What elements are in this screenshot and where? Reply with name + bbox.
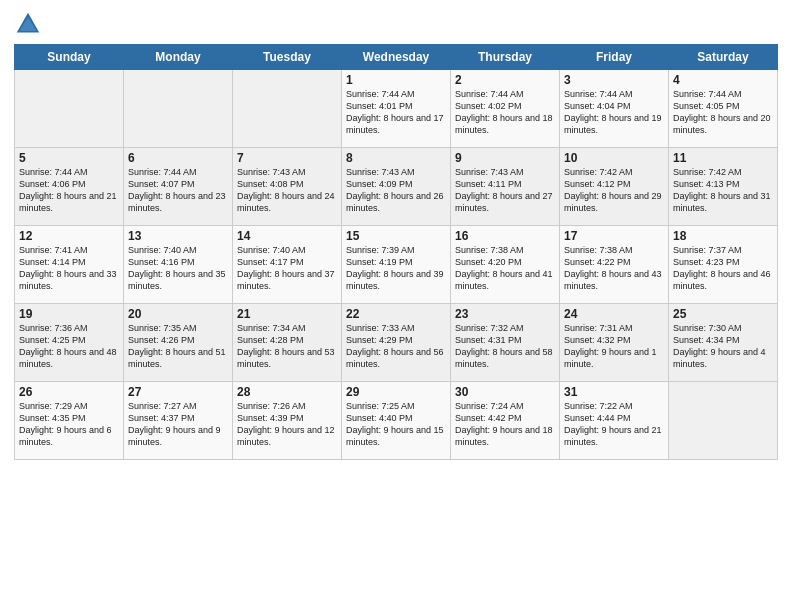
- day-number: 12: [19, 229, 119, 243]
- logo: [14, 10, 46, 38]
- day-number: 19: [19, 307, 119, 321]
- day-info: Sunrise: 7:44 AM Sunset: 4:01 PM Dayligh…: [346, 88, 446, 137]
- day-info: Sunrise: 7:41 AM Sunset: 4:14 PM Dayligh…: [19, 244, 119, 293]
- logo-icon: [14, 10, 42, 38]
- day-number: 11: [673, 151, 773, 165]
- day-info: Sunrise: 7:38 AM Sunset: 4:20 PM Dayligh…: [455, 244, 555, 293]
- day-cell: 18Sunrise: 7:37 AM Sunset: 4:23 PM Dayli…: [669, 226, 778, 304]
- day-cell: 25Sunrise: 7:30 AM Sunset: 4:34 PM Dayli…: [669, 304, 778, 382]
- day-info: Sunrise: 7:35 AM Sunset: 4:26 PM Dayligh…: [128, 322, 228, 371]
- day-cell: 26Sunrise: 7:29 AM Sunset: 4:35 PM Dayli…: [15, 382, 124, 460]
- calendar-header: SundayMondayTuesdayWednesdayThursdayFrid…: [15, 45, 778, 70]
- day-number: 23: [455, 307, 555, 321]
- day-cell: 1Sunrise: 7:44 AM Sunset: 4:01 PM Daylig…: [342, 70, 451, 148]
- day-info: Sunrise: 7:44 AM Sunset: 4:02 PM Dayligh…: [455, 88, 555, 137]
- day-info: Sunrise: 7:44 AM Sunset: 4:04 PM Dayligh…: [564, 88, 664, 137]
- day-info: Sunrise: 7:33 AM Sunset: 4:29 PM Dayligh…: [346, 322, 446, 371]
- day-cell: 5Sunrise: 7:44 AM Sunset: 4:06 PM Daylig…: [15, 148, 124, 226]
- day-cell: [669, 382, 778, 460]
- day-number: 28: [237, 385, 337, 399]
- day-info: Sunrise: 7:34 AM Sunset: 4:28 PM Dayligh…: [237, 322, 337, 371]
- day-number: 18: [673, 229, 773, 243]
- day-info: Sunrise: 7:44 AM Sunset: 4:06 PM Dayligh…: [19, 166, 119, 215]
- day-info: Sunrise: 7:38 AM Sunset: 4:22 PM Dayligh…: [564, 244, 664, 293]
- day-info: Sunrise: 7:36 AM Sunset: 4:25 PM Dayligh…: [19, 322, 119, 371]
- day-number: 2: [455, 73, 555, 87]
- week-row-3: 12Sunrise: 7:41 AM Sunset: 4:14 PM Dayli…: [15, 226, 778, 304]
- day-info: Sunrise: 7:40 AM Sunset: 4:17 PM Dayligh…: [237, 244, 337, 293]
- day-cell: 14Sunrise: 7:40 AM Sunset: 4:17 PM Dayli…: [233, 226, 342, 304]
- day-number: 29: [346, 385, 446, 399]
- day-cell: 10Sunrise: 7:42 AM Sunset: 4:12 PM Dayli…: [560, 148, 669, 226]
- day-info: Sunrise: 7:32 AM Sunset: 4:31 PM Dayligh…: [455, 322, 555, 371]
- day-info: Sunrise: 7:43 AM Sunset: 4:09 PM Dayligh…: [346, 166, 446, 215]
- day-info: Sunrise: 7:42 AM Sunset: 4:12 PM Dayligh…: [564, 166, 664, 215]
- day-info: Sunrise: 7:25 AM Sunset: 4:40 PM Dayligh…: [346, 400, 446, 449]
- day-cell: 22Sunrise: 7:33 AM Sunset: 4:29 PM Dayli…: [342, 304, 451, 382]
- day-info: Sunrise: 7:44 AM Sunset: 4:05 PM Dayligh…: [673, 88, 773, 137]
- day-number: 30: [455, 385, 555, 399]
- day-cell: [15, 70, 124, 148]
- day-number: 14: [237, 229, 337, 243]
- day-number: 9: [455, 151, 555, 165]
- day-number: 31: [564, 385, 664, 399]
- weekday-header-saturday: Saturday: [669, 45, 778, 70]
- day-info: Sunrise: 7:43 AM Sunset: 4:08 PM Dayligh…: [237, 166, 337, 215]
- day-number: 3: [564, 73, 664, 87]
- day-number: 20: [128, 307, 228, 321]
- day-cell: [124, 70, 233, 148]
- weekday-header-monday: Monday: [124, 45, 233, 70]
- day-number: 27: [128, 385, 228, 399]
- week-row-5: 26Sunrise: 7:29 AM Sunset: 4:35 PM Dayli…: [15, 382, 778, 460]
- day-number: 15: [346, 229, 446, 243]
- day-number: 1: [346, 73, 446, 87]
- day-info: Sunrise: 7:26 AM Sunset: 4:39 PM Dayligh…: [237, 400, 337, 449]
- day-cell: 9Sunrise: 7:43 AM Sunset: 4:11 PM Daylig…: [451, 148, 560, 226]
- day-number: 4: [673, 73, 773, 87]
- day-cell: 2Sunrise: 7:44 AM Sunset: 4:02 PM Daylig…: [451, 70, 560, 148]
- calendar-table: SundayMondayTuesdayWednesdayThursdayFrid…: [14, 44, 778, 460]
- day-cell: 7Sunrise: 7:43 AM Sunset: 4:08 PM Daylig…: [233, 148, 342, 226]
- day-cell: 31Sunrise: 7:22 AM Sunset: 4:44 PM Dayli…: [560, 382, 669, 460]
- day-number: 25: [673, 307, 773, 321]
- day-cell: 24Sunrise: 7:31 AM Sunset: 4:32 PM Dayli…: [560, 304, 669, 382]
- day-cell: 13Sunrise: 7:40 AM Sunset: 4:16 PM Dayli…: [124, 226, 233, 304]
- day-info: Sunrise: 7:24 AM Sunset: 4:42 PM Dayligh…: [455, 400, 555, 449]
- day-number: 16: [455, 229, 555, 243]
- day-number: 22: [346, 307, 446, 321]
- day-number: 24: [564, 307, 664, 321]
- week-row-2: 5Sunrise: 7:44 AM Sunset: 4:06 PM Daylig…: [15, 148, 778, 226]
- day-number: 13: [128, 229, 228, 243]
- day-cell: 15Sunrise: 7:39 AM Sunset: 4:19 PM Dayli…: [342, 226, 451, 304]
- calendar-container: SundayMondayTuesdayWednesdayThursdayFrid…: [0, 0, 792, 612]
- day-info: Sunrise: 7:27 AM Sunset: 4:37 PM Dayligh…: [128, 400, 228, 449]
- day-info: Sunrise: 7:37 AM Sunset: 4:23 PM Dayligh…: [673, 244, 773, 293]
- day-number: 6: [128, 151, 228, 165]
- weekday-header-sunday: Sunday: [15, 45, 124, 70]
- day-cell: 30Sunrise: 7:24 AM Sunset: 4:42 PM Dayli…: [451, 382, 560, 460]
- day-info: Sunrise: 7:31 AM Sunset: 4:32 PM Dayligh…: [564, 322, 664, 371]
- day-cell: 23Sunrise: 7:32 AM Sunset: 4:31 PM Dayli…: [451, 304, 560, 382]
- day-cell: [233, 70, 342, 148]
- day-cell: 28Sunrise: 7:26 AM Sunset: 4:39 PM Dayli…: [233, 382, 342, 460]
- day-info: Sunrise: 7:22 AM Sunset: 4:44 PM Dayligh…: [564, 400, 664, 449]
- day-cell: 12Sunrise: 7:41 AM Sunset: 4:14 PM Dayli…: [15, 226, 124, 304]
- day-info: Sunrise: 7:44 AM Sunset: 4:07 PM Dayligh…: [128, 166, 228, 215]
- day-cell: 8Sunrise: 7:43 AM Sunset: 4:09 PM Daylig…: [342, 148, 451, 226]
- day-info: Sunrise: 7:40 AM Sunset: 4:16 PM Dayligh…: [128, 244, 228, 293]
- day-cell: 21Sunrise: 7:34 AM Sunset: 4:28 PM Dayli…: [233, 304, 342, 382]
- day-info: Sunrise: 7:29 AM Sunset: 4:35 PM Dayligh…: [19, 400, 119, 449]
- week-row-4: 19Sunrise: 7:36 AM Sunset: 4:25 PM Dayli…: [15, 304, 778, 382]
- weekday-header-wednesday: Wednesday: [342, 45, 451, 70]
- day-cell: 20Sunrise: 7:35 AM Sunset: 4:26 PM Dayli…: [124, 304, 233, 382]
- day-cell: 17Sunrise: 7:38 AM Sunset: 4:22 PM Dayli…: [560, 226, 669, 304]
- weekday-row: SundayMondayTuesdayWednesdayThursdayFrid…: [15, 45, 778, 70]
- day-cell: 11Sunrise: 7:42 AM Sunset: 4:13 PM Dayli…: [669, 148, 778, 226]
- day-info: Sunrise: 7:43 AM Sunset: 4:11 PM Dayligh…: [455, 166, 555, 215]
- weekday-header-friday: Friday: [560, 45, 669, 70]
- day-cell: 6Sunrise: 7:44 AM Sunset: 4:07 PM Daylig…: [124, 148, 233, 226]
- header: [14, 10, 778, 38]
- day-cell: 4Sunrise: 7:44 AM Sunset: 4:05 PM Daylig…: [669, 70, 778, 148]
- day-cell: 27Sunrise: 7:27 AM Sunset: 4:37 PM Dayli…: [124, 382, 233, 460]
- weekday-header-thursday: Thursday: [451, 45, 560, 70]
